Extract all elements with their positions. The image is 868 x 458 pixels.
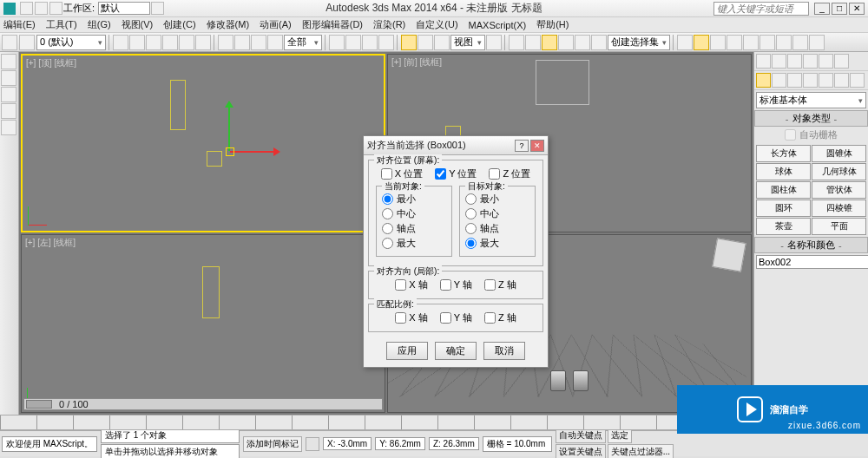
select-name-icon[interactable]: [234, 35, 250, 50]
filter-select[interactable]: 全部: [284, 35, 322, 50]
search-input[interactable]: [713, 2, 809, 16]
coord-y[interactable]: Y: 86.2mm: [375, 437, 425, 450]
dialog-help-icon[interactable]: ?: [515, 140, 529, 152]
menu-create[interactable]: 创建(C): [163, 18, 195, 31]
tool-btn-15[interactable]: [525, 35, 541, 50]
spinner-snap-icon[interactable]: [591, 35, 607, 50]
cancel-button[interactable]: 取消: [483, 342, 525, 360]
refcoord-select[interactable]: 视图: [450, 35, 485, 50]
btn-box[interactable]: 长方体: [756, 145, 811, 162]
lock-selection-icon[interactable]: [306, 437, 319, 451]
pivot-icon[interactable]: [486, 35, 502, 50]
tab-icon-6[interactable]: [834, 54, 849, 69]
time-slider[interactable]: 0 / 100: [23, 398, 383, 410]
lt-btn-1[interactable]: [1, 54, 16, 69]
gizmo-y-axis[interactable]: [228, 106, 230, 151]
radio-cur-min[interactable]: 最小: [382, 192, 446, 206]
render-icon[interactable]: [809, 35, 825, 50]
close-button[interactable]: ✕: [849, 3, 865, 15]
angle-snap-icon[interactable]: [558, 35, 574, 50]
chk-x-pos[interactable]: X 位置: [381, 167, 423, 180]
paint-select-icon[interactable]: [329, 35, 345, 50]
viewport-top[interactable]: [+] [顶] [线框]: [21, 54, 385, 232]
tool-btn-4[interactable]: [162, 35, 178, 50]
menu-render[interactable]: 渲染(R): [373, 18, 405, 31]
section-object-type[interactable]: 对象类型: [754, 110, 868, 127]
gizmo-origin[interactable]: [226, 147, 234, 156]
tab-icon-1[interactable]: [756, 54, 771, 69]
btn-cone[interactable]: 圆锥体: [812, 145, 866, 162]
menu-group[interactable]: 组(G): [88, 18, 111, 31]
coord-x[interactable]: X: -3.0mm: [323, 437, 372, 450]
select-icon[interactable]: [218, 35, 233, 50]
viewport-left[interactable]: [+] [左] [线框] 0 / 100: [21, 234, 385, 413]
chk-orient-x[interactable]: X 轴: [395, 278, 427, 291]
radio-cur-pivot[interactable]: 轴点: [382, 221, 446, 236]
menu-customize[interactable]: 自定义(U): [416, 18, 457, 31]
percent-snap-icon[interactable]: [575, 35, 590, 50]
dialog-titlebar[interactable]: 对齐当前选择 (Box001) ? ✕: [364, 136, 548, 155]
tab-icon-5[interactable]: [819, 54, 833, 69]
radio-tgt-pivot[interactable]: 轴点: [465, 221, 529, 236]
scale-tool-icon[interactable]: [434, 35, 450, 50]
chk-orient-z[interactable]: Z 轴: [484, 278, 516, 291]
btn-teapot[interactable]: 茶壶: [756, 218, 811, 235]
align-icon[interactable]: [694, 35, 709, 50]
create-space-icon[interactable]: [834, 73, 849, 88]
lt-btn-2[interactable]: [1, 70, 16, 86]
schematic-icon[interactable]: [743, 35, 759, 50]
create-camera-icon[interactable]: [803, 73, 818, 88]
lt-btn-4[interactable]: [1, 103, 16, 119]
select-region-icon[interactable]: [251, 35, 266, 50]
tab-icon-2[interactable]: [772, 54, 786, 69]
tool-btn-5[interactable]: [179, 35, 194, 50]
radio-cur-max[interactable]: 最大: [382, 236, 446, 251]
tool-btn-11[interactable]: [378, 35, 394, 50]
dialog-close-icon[interactable]: ✕: [530, 140, 544, 152]
add-time-tag[interactable]: 添加时间标记: [243, 436, 302, 452]
viewcube[interactable]: [712, 238, 746, 272]
time-slider-thumb[interactable]: [26, 400, 52, 409]
rotate-tool-icon[interactable]: [418, 35, 433, 50]
redo-icon[interactable]: [35, 2, 48, 15]
create-light-icon[interactable]: [787, 73, 802, 88]
gizmo-x-axis[interactable]: [230, 151, 275, 153]
tab-icon-4[interactable]: [803, 54, 818, 69]
tool-btn-14[interactable]: [509, 35, 524, 50]
category-select[interactable]: 标准基本体: [756, 92, 866, 108]
filter-icon[interactable]: [267, 35, 283, 50]
undo-icon[interactable]: [20, 2, 33, 15]
menu-modifiers[interactable]: 修改器(M): [207, 18, 250, 31]
chk-y-pos[interactable]: Y 位置: [435, 167, 477, 180]
tab-icon-3[interactable]: [787, 54, 802, 69]
render-setup-icon[interactable]: [776, 35, 792, 50]
coord-z[interactable]: Z: 26.3mm: [429, 437, 479, 450]
lt-btn-5[interactable]: [1, 120, 16, 135]
chk-z-pos[interactable]: Z 位置: [489, 167, 530, 180]
radio-tgt-max[interactable]: 最大: [465, 236, 529, 251]
radio-tgt-min[interactable]: 最小: [465, 192, 529, 206]
curve-editor-icon[interactable]: [727, 35, 742, 50]
tool-btn-2[interactable]: [129, 35, 145, 50]
create-shape-icon[interactable]: [772, 73, 786, 88]
named-sel-set[interactable]: 创建选择集: [608, 35, 670, 50]
link-icon[interactable]: [49, 2, 62, 15]
apply-button[interactable]: 应用: [386, 342, 428, 360]
tool-btn-3[interactable]: [146, 35, 161, 50]
ok-button[interactable]: 确定: [435, 342, 477, 360]
window-cross-icon[interactable]: [345, 35, 361, 50]
object-name-input[interactable]: [756, 255, 868, 269]
menu-edit[interactable]: 编辑(E): [3, 18, 36, 31]
material-icon[interactable]: [760, 35, 775, 50]
render-frame-icon[interactable]: [792, 35, 808, 50]
btn-geosphere[interactable]: 几何球体: [812, 163, 866, 180]
layers-icon[interactable]: [710, 35, 726, 50]
layer-select[interactable]: 0 (默认): [36, 35, 106, 50]
minimize-button[interactable]: _: [814, 3, 830, 15]
chk-scale-z[interactable]: Z 轴: [484, 311, 516, 324]
tool-btn-10[interactable]: [362, 35, 378, 50]
lt-btn-3[interactable]: [1, 87, 16, 102]
radio-tgt-center[interactable]: 中心: [465, 206, 529, 221]
btn-pyramid[interactable]: 四棱锥: [812, 200, 866, 217]
key-filter-button[interactable]: 关键点过滤器...: [608, 444, 674, 458]
